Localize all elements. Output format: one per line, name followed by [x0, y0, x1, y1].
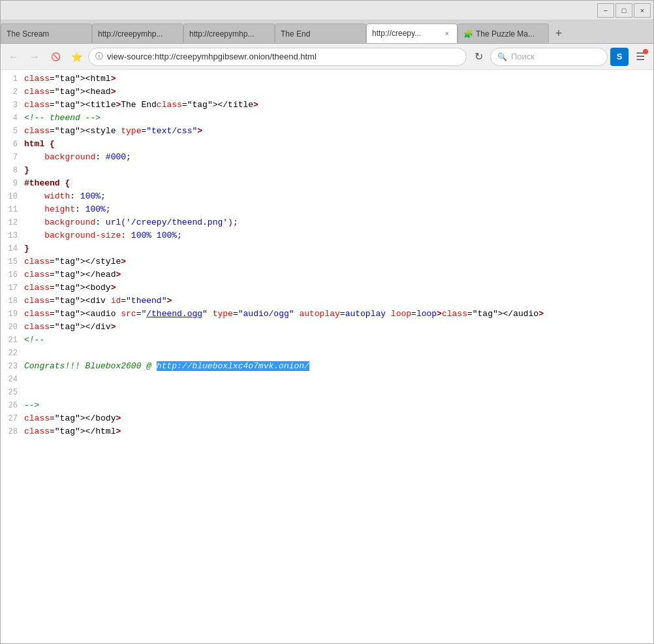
source-line-28: 28class="tag"></html> — [1, 425, 653, 438]
line-number: 26 — [1, 399, 24, 412]
tab-bar: The Scream http://creepymhp... http://cr… — [1, 20, 653, 44]
source-line-1: 1class="tag"><html> — [1, 72, 653, 86]
line-number: 1 — [1, 72, 24, 86]
line-content: background: #000; — [24, 151, 653, 164]
tab-5-label: http://creepy... — [372, 29, 421, 38]
source-line-4: 4<!-- theend --> — [1, 112, 653, 125]
source-line-27: 27class="tag"></body> — [1, 412, 653, 425]
line-content: class="tag"></style> — [24, 255, 653, 268]
back-button[interactable]: ← — [5, 48, 23, 66]
bookmarks-button[interactable]: ⭐ — [67, 48, 86, 66]
source-line-3: 3class="tag"><title>The Endclass="tag"><… — [1, 99, 653, 112]
tab-3-label: http://creepymhp... — [189, 29, 254, 39]
line-content: class="tag"></body> — [24, 412, 653, 425]
source-line-11: 11 height: 100%; — [1, 203, 653, 216]
line-number: 13 — [1, 229, 24, 242]
source-line-10: 10 width: 100%; — [1, 190, 653, 203]
refresh-button[interactable]: ↻ — [469, 48, 488, 66]
line-number: 3 — [1, 99, 24, 112]
line-content: Congrats!!! Bluebox2600 @ http://bluebox… — [24, 360, 653, 373]
line-content: <!-- theend --> — [24, 112, 653, 125]
source-line-6: 6html { — [1, 138, 653, 151]
source-line-26: 26--> — [1, 399, 653, 412]
line-content: class="tag"><div id="theend"> — [24, 295, 653, 308]
line-content: class="tag"><title>The Endclass="tag"></… — [24, 99, 653, 112]
source-line-5: 5class="tag"><style type="text/css"> — [1, 125, 653, 138]
close-button[interactable]: × — [634, 3, 651, 18]
line-number: 11 — [1, 203, 24, 216]
search-wrap[interactable]: 🔍 Поиск — [490, 48, 608, 66]
source-line-18: 18class="tag"><div id="theend"> — [1, 295, 653, 308]
line-content: class="tag"></div> — [24, 321, 653, 334]
line-number: 18 — [1, 295, 24, 308]
search-icon: 🔍 — [497, 52, 507, 61]
line-number: 21 — [1, 334, 24, 347]
line-content: class="tag"></html> — [24, 425, 653, 438]
line-content: class="tag"><head> — [24, 86, 653, 99]
source-line-9: 9#theend { — [1, 177, 653, 190]
source-line-12: 12 background: url('/creepy/theend.png')… — [1, 216, 653, 229]
line-content: height: 100%; — [24, 203, 653, 216]
tab-4-label: The End — [281, 29, 310, 39]
address-input-wrap[interactable]: ⓘ view-source:http://creepymhpgibsewr.on… — [88, 48, 467, 66]
line-content: background-size: 100% 100%; — [24, 229, 653, 242]
line-number: 14 — [1, 242, 24, 255]
line-number: 27 — [1, 412, 24, 425]
source-line-7: 7 background: #000; — [1, 151, 653, 164]
source-line-14: 14} — [1, 242, 653, 255]
tab-3[interactable]: http://creepymhp... — [183, 24, 275, 43]
line-number: 6 — [1, 138, 24, 151]
forward-button[interactable]: → — [25, 48, 44, 66]
tab-2[interactable]: http://creepymhp... — [92, 24, 183, 43]
address-text: view-source:http://creepymhpgibsewr.onio… — [107, 52, 459, 61]
skype-button[interactable]: S — [610, 48, 629, 66]
line-number: 7 — [1, 151, 24, 164]
line-number: 2 — [1, 86, 24, 99]
line-number: 16 — [1, 268, 24, 282]
line-number: 9 — [1, 177, 24, 190]
home-button[interactable]: 🚫 — [46, 48, 65, 66]
address-bar: ← → 🚫 ⭐ ⓘ view-source:http://creepymhpgi… — [1, 44, 653, 70]
search-placeholder: Поиск — [511, 52, 535, 61]
tab-4[interactable]: The End — [275, 24, 366, 43]
line-number: 17 — [1, 282, 24, 295]
source-line-21: 21<!-- — [1, 334, 653, 347]
source-line-24: 24 — [1, 373, 653, 386]
line-content: <!-- — [24, 334, 653, 347]
line-number: 5 — [1, 125, 24, 138]
line-content: width: 100%; — [24, 190, 653, 203]
line-content: class="tag"><html> — [24, 72, 653, 86]
line-number: 24 — [1, 373, 24, 386]
line-content: class="tag"><audio src="/theend.ogg" typ… — [24, 308, 653, 321]
line-number: 28 — [1, 425, 24, 438]
line-number: 4 — [1, 112, 24, 125]
tab-1[interactable]: The Scream — [1, 24, 92, 43]
browser-window: − □ × The Scream http://creepymhp... htt… — [0, 0, 654, 644]
line-content: class="tag"><style type="text/css"> — [24, 125, 653, 138]
line-number: 19 — [1, 308, 24, 321]
tab-6[interactable]: 🧩 The Puzzle Ma... — [458, 24, 549, 43]
source-line-2: 2class="tag"><head> — [1, 86, 653, 99]
line-number: 8 — [1, 164, 24, 177]
source-line-23: 23Congrats!!! Bluebox2600 @ http://blueb… — [1, 360, 653, 373]
info-icon: ⓘ — [95, 51, 103, 62]
source-line-20: 20class="tag"></div> — [1, 321, 653, 334]
tab-5-close[interactable]: × — [443, 29, 452, 38]
source-line-16: 16class="tag"></head> — [1, 268, 653, 282]
new-tab-button[interactable]: + — [549, 24, 568, 43]
title-bar: − □ × — [1, 1, 653, 20]
line-content: class="tag"></head> — [24, 268, 653, 282]
tab-2-label: http://creepymhp... — [98, 29, 163, 39]
line-content — [24, 386, 653, 399]
tab-6-label: The Puzzle Ma... — [476, 29, 535, 39]
menu-button[interactable]: ☰ — [631, 48, 649, 66]
line-number: 22 — [1, 347, 24, 360]
source-line-8: 8} — [1, 164, 653, 177]
maximize-button[interactable]: □ — [615, 3, 632, 18]
source-line-13: 13 background-size: 100% 100%; — [1, 229, 653, 242]
minimize-button[interactable]: − — [597, 3, 614, 18]
line-number: 12 — [1, 216, 24, 229]
source-line-19: 19class="tag"><audio src="/theend.ogg" t… — [1, 308, 653, 321]
tab-5[interactable]: http://creepy... × — [366, 24, 458, 43]
source-line-15: 15class="tag"></style> — [1, 255, 653, 268]
